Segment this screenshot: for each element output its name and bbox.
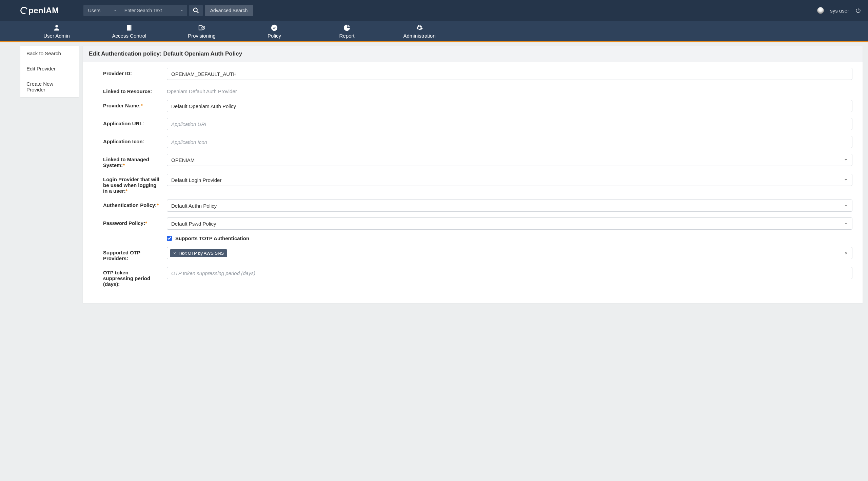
provisioning-icon: [198, 24, 205, 32]
sidebar-create-new-provider[interactable]: Create New Provider: [20, 76, 79, 97]
tag-otp-provider: × Text OTP by AWS SNS: [170, 249, 227, 257]
nav-access-control[interactable]: Access Control: [93, 21, 165, 41]
pie-chart-icon: [343, 24, 351, 32]
label-login-provider: Login Provider that will be used when lo…: [103, 174, 160, 194]
value-linked-resource: Openiam Default Auth Provider: [167, 86, 852, 94]
sidebar-back-to-search[interactable]: Back to Search: [20, 46, 79, 61]
search-input-wrap: [121, 5, 187, 16]
row-auth-policy: Authentication Policy:* Default Authn Po…: [103, 200, 852, 212]
label-managed-system: Linked to Managed System:*: [103, 154, 160, 168]
power-icon[interactable]: [855, 7, 861, 14]
row-pwd-policy: Password Policy:* Default Pswd Policy: [103, 217, 852, 230]
svg-point-7: [271, 24, 277, 30]
username: sys user: [830, 8, 849, 14]
nav-label: Provisioning: [188, 33, 216, 39]
label-pwd-policy: Password Policy:*: [103, 217, 160, 226]
nav-user-admin[interactable]: User Admin: [20, 21, 93, 41]
select-value: OPENIAM: [171, 157, 195, 163]
tag-input-otp-providers[interactable]: × Text OTP by AWS SNS ×: [167, 247, 852, 259]
clear-tags-icon[interactable]: ×: [843, 251, 849, 256]
row-totp: Supports TOTP Authentication: [103, 235, 852, 241]
advanced-search-button[interactable]: Advanced Search: [205, 5, 253, 16]
sidebar-edit-provider[interactable]: Edit Provider: [20, 61, 79, 76]
nav-policy[interactable]: Policy: [238, 21, 311, 41]
logo[interactable]: penIAM: [20, 6, 59, 15]
logo-text: penIAM: [28, 6, 59, 15]
label-otp-providers: Supported OTP Providers:: [103, 247, 160, 261]
header-right: sys user: [817, 7, 861, 14]
select-auth-policy[interactable]: Default Authn Policy: [167, 200, 852, 212]
label-totp: Supports TOTP Authentication: [175, 235, 249, 241]
user-icon: [53, 24, 60, 32]
nav-label: Policy: [268, 33, 281, 39]
row-otp-suppress: OTP token suppressing period (days):: [103, 267, 852, 287]
search-icon: [192, 7, 200, 14]
row-provider-name: Provider Name:*: [103, 100, 852, 112]
search-category-select[interactable]: Users: [83, 5, 121, 16]
row-app-icon: Application Icon:: [103, 136, 852, 148]
nav-label: Report: [339, 33, 354, 39]
row-linked-resource: Linked to Resource: Openiam Default Auth…: [103, 86, 852, 94]
search-group: Users Advanced Search: [83, 5, 253, 16]
row-app-url: Application URL:: [103, 118, 852, 130]
svg-point-2: [55, 25, 58, 27]
row-provider-id: Provider ID:: [103, 68, 852, 80]
tag-label: Text OTP by AWS SNS: [179, 251, 224, 256]
row-login-provider: Login Provider that will be used when lo…: [103, 174, 852, 194]
label-app-icon: Application Icon:: [103, 136, 160, 144]
form: Provider ID: Linked to Resource: Openiam…: [83, 62, 863, 303]
search-category-label: Users: [88, 8, 101, 13]
content-panel: Edit Authentication policy: Default Open…: [83, 46, 863, 303]
select-value: Default Login Provider: [171, 177, 221, 183]
nav-label: Administration: [403, 33, 435, 39]
select-value: Default Pswd Policy: [171, 221, 216, 227]
logo-icon: [19, 6, 29, 15]
search-button[interactable]: [189, 5, 203, 16]
row-managed-system: Linked to Managed System:* OPENIAM: [103, 154, 852, 168]
nav-provisioning[interactable]: Provisioning: [165, 21, 238, 41]
nav-label: Access Control: [112, 33, 146, 39]
label-provider-name: Provider Name:*: [103, 100, 160, 108]
main-nav: User Admin Access Control Provisioning P…: [0, 21, 868, 42]
checkbox-totp[interactable]: [167, 236, 172, 241]
label-linked-resource: Linked to Resource:: [103, 86, 160, 94]
svg-point-0: [193, 8, 197, 12]
top-header: penIAM Users Advanced Search sys user: [0, 0, 868, 21]
nav-label: User Admin: [43, 33, 70, 39]
page-body: Back to Search Edit Provider Create New …: [0, 42, 868, 313]
door-icon: [125, 24, 133, 32]
label-app-url: Application URL:: [103, 118, 160, 126]
check-circle-icon: [271, 24, 278, 32]
label-provider-id: Provider ID:: [103, 68, 160, 76]
row-otp-providers: Supported OTP Providers: × Text OTP by A…: [103, 247, 852, 261]
panel-title: Edit Authentication policy: Default Open…: [83, 46, 863, 62]
svg-rect-4: [131, 25, 132, 30]
label-otp-suppress: OTP token suppressing period (days):: [103, 267, 160, 287]
sidebar: Back to Search Edit Provider Create New …: [20, 46, 79, 97]
input-app-url[interactable]: [167, 118, 852, 130]
input-provider-id[interactable]: [167, 68, 852, 80]
svg-line-1: [197, 12, 198, 13]
select-value: Default Authn Policy: [171, 203, 217, 209]
nav-administration[interactable]: Administration: [383, 21, 456, 41]
gear-icon: [416, 24, 423, 32]
input-app-icon[interactable]: [167, 136, 852, 148]
avatar-icon[interactable]: [817, 7, 824, 14]
select-login-provider[interactable]: Default Login Provider: [167, 174, 852, 186]
label-auth-policy: Authentication Policy:*: [103, 200, 160, 208]
search-input[interactable]: [124, 8, 184, 13]
nav-report[interactable]: Report: [311, 21, 383, 41]
input-provider-name[interactable]: [167, 100, 852, 112]
svg-rect-3: [127, 25, 131, 30]
tag-remove-icon[interactable]: ×: [173, 251, 176, 256]
select-pwd-policy[interactable]: Default Pswd Policy: [167, 217, 852, 230]
select-managed-system[interactable]: OPENIAM: [167, 154, 852, 166]
input-otp-suppress[interactable]: [167, 267, 852, 279]
